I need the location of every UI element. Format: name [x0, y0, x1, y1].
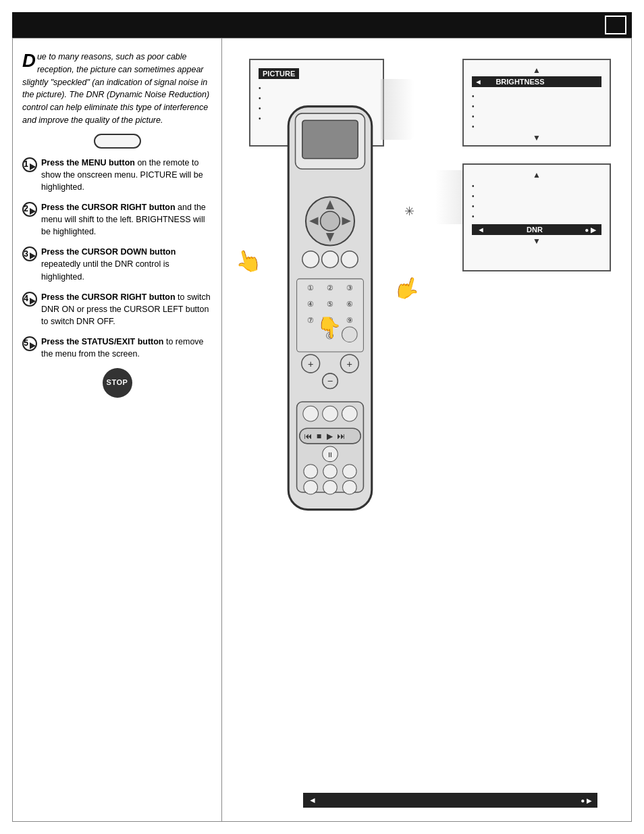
stop-icon-container: STOP	[22, 368, 212, 398]
menu2-label: BRIGHTNESS	[495, 78, 544, 86]
menu3-item-4	[472, 211, 601, 221]
svg-point-32	[323, 406, 338, 421]
step-1-number: 1	[22, 157, 37, 172]
step-3-text: Press the CURSOR DOWN button repeatedly …	[41, 246, 212, 282]
svg-point-42	[323, 465, 338, 479]
header-bar	[12, 12, 632, 38]
svg-point-9	[302, 251, 319, 268]
step-3-arrow	[30, 253, 36, 259]
svg-point-23	[342, 327, 358, 342]
step-2-bold: Press the CURSOR RIGHT button	[41, 203, 176, 212]
svg-point-43	[343, 465, 357, 479]
dnr-label: DNR	[527, 226, 543, 234]
drop-cap: D	[22, 53, 36, 68]
svg-point-41	[304, 465, 318, 479]
step-4-number: 4	[22, 292, 37, 307]
svg-point-45	[323, 480, 338, 494]
svg-rect-2	[302, 120, 358, 159]
svg-point-4	[321, 211, 340, 231]
svg-text:②: ②	[327, 284, 333, 292]
step-3: 3 Press the CURSOR DOWN button repeatedl…	[22, 246, 212, 282]
menu-button-illustration	[22, 134, 212, 149]
menu2-arrow-left: ◄	[475, 78, 482, 86]
menu2-slider-fill	[558, 79, 599, 84]
menu-button-shape	[94, 134, 141, 149]
step-5: 5 Press the STATUS/EXIT button to remove…	[22, 336, 212, 360]
left-instruction-panel: Due to many reasons, such as poor cable …	[13, 38, 222, 821]
svg-text:⏮: ⏮	[304, 432, 312, 441]
step-1-bold: Press the MENU button	[41, 158, 135, 167]
step-4-bold: Press the CURSOR RIGHT button	[41, 292, 176, 302]
menu2-arrow-up: ▲	[472, 66, 601, 75]
svg-text:+: +	[308, 359, 313, 369]
svg-text:①: ①	[307, 284, 314, 292]
step-2-number: 2	[22, 202, 37, 217]
svg-point-33	[342, 406, 358, 421]
stop-icon: STOP	[103, 368, 132, 398]
svg-text:■: ■	[317, 432, 321, 441]
right-illustration-panel: PICTURE ▲ ◄ BRIGHTNESS ▼ ▲	[222, 38, 631, 821]
step-5-text: Press the STATUS/EXIT button to remove t…	[41, 336, 212, 360]
svg-point-31	[303, 406, 319, 421]
menu3-arrow-up: ▲	[472, 170, 601, 180]
intro-paragraph: Due to many reasons, such as poor cable …	[22, 51, 212, 127]
step-4: 4 Press the CURSOR RIGHT button to switc…	[22, 291, 212, 328]
menu3-item-3	[472, 201, 601, 211]
step-3-rest: repeatedly until the DNR control is high…	[41, 259, 169, 281]
svg-point-10	[322, 251, 339, 268]
step-5-bold: Press the STATUS/EXIT button	[41, 337, 164, 346]
hand-down-arrow: 👇	[317, 315, 342, 339]
step-5-arrow	[30, 342, 36, 349]
svg-text:−: −	[327, 375, 333, 386]
menu-screen-3: ▲ ◄ DNR ● ▶ ▼	[462, 163, 611, 271]
menu2-highlight: ◄ BRIGHTNESS	[472, 76, 601, 87]
main-content-area: Due to many reasons, such as poor cable …	[12, 38, 632, 822]
step-1: 1 Press the MENU button on the remote to…	[22, 157, 212, 193]
menu2-item-3	[472, 111, 601, 122]
asterisk-symbol: ✳	[404, 204, 414, 219]
menu2-item-4	[472, 122, 601, 132]
menu3-arrow-down: ▼	[472, 236, 601, 246]
menu3-item-2	[472, 191, 601, 201]
intro-text: ue to many reasons, such as poor cable r…	[22, 52, 209, 125]
dnr-highlight-row: ◄ DNR ● ▶	[472, 224, 601, 235]
svg-text:⑦: ⑦	[307, 316, 314, 324]
step-2: 2 Press the CURSOR RIGHT button and the …	[22, 201, 212, 238]
step-3-bold: Press the CURSOR DOWN button	[41, 247, 176, 257]
svg-text:⏸: ⏸	[327, 451, 333, 459]
svg-text:⑥: ⑥	[346, 300, 353, 308]
svg-text:⑨: ⑨	[346, 316, 353, 324]
menu1-highlight: PICTURE	[259, 68, 299, 79]
svg-point-11	[341, 251, 358, 268]
menu2-item-1	[472, 91, 601, 101]
step-4-text: Press the CURSOR RIGHT button to switch …	[41, 291, 212, 328]
menu1-item-1	[259, 83, 375, 93]
menu3-arrow-left: ◄	[477, 226, 485, 234]
step-1-text: Press the MENU button on the remote to s…	[41, 157, 212, 193]
page-number-box	[605, 16, 626, 34]
menu2-item-2	[472, 101, 601, 111]
svg-text:④: ④	[307, 300, 314, 308]
step-2-text: Press the CURSOR RIGHT button and the me…	[41, 201, 212, 238]
dnr-value: ● ▶	[585, 226, 596, 234]
svg-text:⏭: ⏭	[337, 432, 345, 441]
step-5-number: 5	[22, 336, 37, 351]
svg-point-44	[304, 480, 318, 494]
step-1-arrow	[30, 163, 36, 170]
menu3-item-1	[472, 181, 601, 191]
bottom-bar-left: ◄	[308, 796, 317, 805]
svg-text:⑤: ⑤	[327, 300, 333, 308]
bottom-status-bar: ◄ ● ▶	[303, 793, 597, 808]
svg-text:+: +	[347, 359, 352, 369]
step-3-number: 3	[22, 246, 37, 261]
svg-text:▶: ▶	[327, 432, 334, 441]
screen-transition-shadow-2	[435, 170, 466, 224]
step-2-arrow	[30, 208, 36, 215]
step-4-arrow	[30, 298, 36, 305]
svg-point-46	[343, 480, 357, 494]
menu-screen-2: ▲ ◄ BRIGHTNESS ▼	[462, 59, 611, 147]
svg-text:③: ③	[346, 284, 353, 292]
menu2-arrow-down: ▼	[472, 133, 601, 142]
bottom-bar-center: ● ▶	[581, 797, 592, 804]
